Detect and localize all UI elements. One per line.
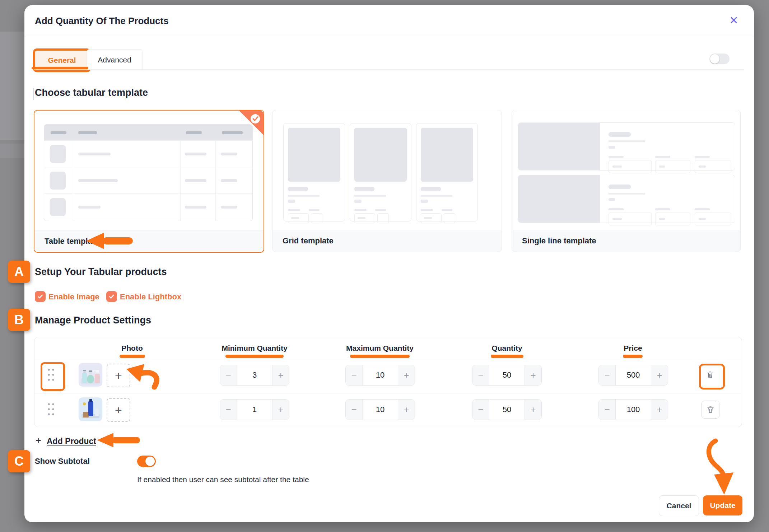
column-header-min-quantity: Minimum Quantity bbox=[222, 344, 287, 353]
min-quantity-stepper: − 1 + bbox=[220, 399, 289, 420]
skeleton-bar bbox=[609, 146, 615, 149]
enable-lightbox-checkbox[interactable] bbox=[106, 291, 117, 302]
template-card-table[interactable]: Table template bbox=[34, 110, 264, 253]
skeleton-bar bbox=[375, 209, 386, 211]
stepper-minus-button[interactable]: − bbox=[220, 365, 237, 385]
active-tab-underline bbox=[32, 67, 88, 69]
skeleton-bar bbox=[309, 209, 320, 211]
skeleton-bar bbox=[288, 209, 300, 211]
show-subtotal-toggle[interactable] bbox=[137, 456, 156, 467]
stepper-plus-button[interactable]: + bbox=[272, 365, 289, 385]
tab-advanced[interactable]: Advanced bbox=[87, 49, 143, 70]
stepper-value[interactable]: 500 bbox=[616, 365, 651, 385]
skeleton-input bbox=[311, 213, 322, 223]
update-button[interactable]: Update bbox=[703, 495, 742, 515]
enable-image-label[interactable]: Enable Image bbox=[48, 292, 99, 302]
skeleton-image bbox=[50, 172, 66, 190]
add-product-link[interactable]: Add Product bbox=[47, 437, 96, 446]
skeleton-bar bbox=[288, 195, 320, 197]
stepper-plus-button[interactable]: + bbox=[272, 400, 289, 420]
stepper-value[interactable]: 10 bbox=[363, 365, 398, 385]
skeleton-bar bbox=[442, 209, 452, 211]
skeleton-input bbox=[655, 160, 690, 173]
skeleton-image bbox=[50, 145, 66, 163]
setup-section-heading: Setup Your Tabular products bbox=[35, 266, 167, 277]
skeleton-bar bbox=[659, 218, 665, 220]
add-quantity-modal: Add Quantity Of The Products ✕ General A… bbox=[24, 5, 754, 522]
stepper-plus-button[interactable]: + bbox=[398, 400, 415, 420]
enable-lightbox-label[interactable]: Enable Lightbox bbox=[120, 292, 181, 302]
product-image[interactable] bbox=[79, 397, 102, 421]
skeleton-bar bbox=[421, 195, 452, 197]
skeleton-input bbox=[377, 213, 389, 223]
skeleton-bar bbox=[695, 156, 710, 158]
enable-image-checkbox[interactable] bbox=[35, 291, 46, 302]
product-image[interactable] bbox=[79, 363, 102, 387]
stepper-plus-button[interactable]: + bbox=[398, 365, 415, 385]
table-row-divider bbox=[34, 393, 741, 393]
skeleton-bar bbox=[424, 217, 432, 219]
bottles-thumbnail bbox=[79, 363, 102, 387]
skeleton-bar bbox=[612, 218, 622, 220]
stepper-minus-button[interactable]: − bbox=[599, 365, 616, 385]
skeleton-bar bbox=[78, 206, 101, 209]
skeleton-input bbox=[695, 213, 731, 225]
skeleton-bar bbox=[354, 195, 386, 197]
stepper-value[interactable]: 50 bbox=[489, 400, 525, 420]
skeleton-bar bbox=[78, 131, 97, 134]
stepper-value[interactable]: 100 bbox=[616, 400, 651, 420]
trash-icon bbox=[706, 370, 714, 379]
stepper-minus-button[interactable]: − bbox=[472, 400, 489, 420]
stepper-minus-button[interactable]: − bbox=[472, 365, 489, 385]
skeleton-row bbox=[44, 140, 252, 167]
skeleton-bar bbox=[609, 156, 624, 158]
template-card-grid[interactable]: Grid template bbox=[272, 110, 502, 252]
stepper-minus-button[interactable]: − bbox=[220, 400, 237, 420]
max-quantity-stepper: − 10 + bbox=[345, 365, 415, 386]
skeleton-bar bbox=[185, 206, 206, 209]
stepper-minus-button[interactable]: − bbox=[346, 400, 363, 420]
stepper-value[interactable]: 10 bbox=[363, 400, 398, 420]
single-line-preview-row bbox=[518, 122, 735, 171]
stepper-plus-button[interactable]: + bbox=[651, 365, 668, 385]
skeleton-bar bbox=[609, 193, 645, 195]
cancel-button[interactable]: Cancel bbox=[659, 495, 699, 516]
add-product-plus-icon[interactable]: + bbox=[36, 435, 41, 446]
stepper-plus-button[interactable]: + bbox=[651, 400, 668, 420]
manage-section-heading: Manage Product Settings bbox=[35, 315, 151, 326]
delete-row-button[interactable] bbox=[702, 401, 719, 419]
grid-preview-card bbox=[350, 123, 411, 221]
stepper-value[interactable]: 50 bbox=[489, 365, 525, 385]
stepper-plus-button[interactable]: + bbox=[525, 400, 541, 420]
stepper-plus-button[interactable]: + bbox=[525, 365, 541, 385]
skeleton-bar bbox=[609, 185, 631, 189]
skeleton-bar bbox=[221, 153, 237, 155]
drag-handle-icon[interactable] bbox=[46, 368, 56, 382]
blue-bottle-thumbnail bbox=[79, 397, 102, 421]
stepper-minus-button[interactable]: − bbox=[346, 365, 363, 385]
drag-handle-icon[interactable] bbox=[46, 402, 56, 416]
skeleton-row bbox=[44, 193, 252, 220]
tab-general[interactable]: General bbox=[48, 56, 76, 65]
skeleton-bar bbox=[699, 165, 706, 168]
delete-row-button[interactable] bbox=[702, 366, 719, 383]
toggle-knob bbox=[145, 457, 155, 466]
min-quantity-stepper: − 3 + bbox=[220, 365, 289, 386]
stepper-value[interactable]: 1 bbox=[237, 400, 272, 420]
skeleton-input bbox=[288, 213, 309, 223]
stepper-value[interactable]: 3 bbox=[237, 365, 272, 385]
template-card-single-line[interactable]: Single line template bbox=[512, 110, 741, 252]
tabbar-border bbox=[34, 69, 744, 70]
annotation-badge-b: B bbox=[8, 309, 30, 331]
close-icon[interactable]: ✕ bbox=[727, 13, 741, 27]
header-toggle[interactable] bbox=[709, 53, 730, 64]
skeleton-bar bbox=[221, 206, 237, 209]
annotation-underline-max-quantity bbox=[350, 355, 410, 358]
skeleton-bar bbox=[612, 165, 622, 168]
skeleton-bar bbox=[695, 208, 710, 210]
grid-preview-card bbox=[416, 123, 478, 221]
annotation-underline-quantity bbox=[491, 355, 523, 358]
add-photo-button[interactable]: + bbox=[107, 398, 130, 422]
stepper-minus-button[interactable]: − bbox=[599, 400, 616, 420]
skeleton-bar bbox=[78, 179, 118, 182]
